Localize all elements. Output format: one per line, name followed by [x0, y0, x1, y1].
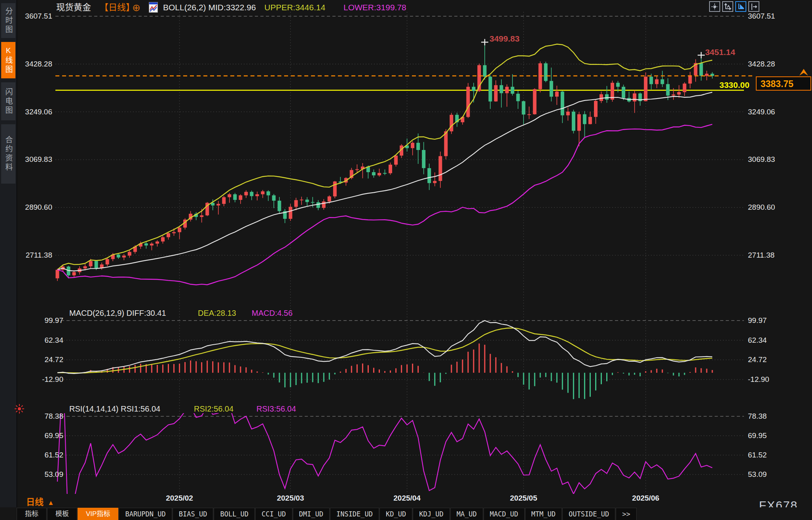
macd-axis-label: 24.72 — [17, 355, 63, 364]
rsi3-legend: RSI3:56.04 — [256, 404, 296, 414]
indicator-tab-bar: 指标 模板 VIP指标 BARUPDN_UD BIAS_UD BOLL_UD C… — [17, 507, 812, 520]
rsi-legend: RSI(14,14,14) RSI1:56.04 — [69, 404, 160, 414]
price-axis-label: 2711.38 — [17, 251, 52, 260]
tab-boll-ud[interactable]: BOLL_UD — [214, 508, 255, 520]
pan-icon[interactable] — [709, 1, 720, 12]
x-axis-month-label: 2025/02 — [166, 494, 193, 503]
support-line-label: 3330.00 — [719, 80, 749, 90]
current-price-box: 3383.75 — [756, 76, 811, 91]
price-axis-label: 3249.06 — [17, 108, 52, 116]
tab-cci-ud[interactable]: CCI_UD — [255, 508, 292, 520]
sidebar-item-time-chart[interactable]: 分时图 — [1, 3, 15, 38]
rsi-axis-label: 61.52 — [748, 451, 767, 459]
macd-dea-legend: DEA:28.13 — [198, 308, 236, 318]
price-axis-label: 3069.83 — [17, 155, 52, 164]
price-axis-label: 3428.28 — [17, 60, 52, 68]
price-axis-label: 3428.28 — [748, 60, 775, 68]
tab-inside-ud[interactable]: INSIDE_UD — [330, 508, 379, 520]
boll-legend: BOLL(26,2) MID:3322.96 — [163, 2, 256, 13]
price-up-arrow-icon — [799, 68, 809, 78]
rsi-axis-label: 53.09 — [17, 470, 63, 479]
x-axis-month-label: 2025/06 — [632, 494, 659, 503]
boll-lower-legend: LOWER:3199.78 — [343, 2, 406, 13]
rsi-axis-label: 78.38 — [17, 412, 63, 421]
period-arrow-icon: ▲ — [47, 499, 54, 507]
price-axis-label: 2711.38 — [748, 251, 774, 260]
tab-mtm-ud[interactable]: MTM_UD — [525, 508, 562, 520]
macd-axis-label: 62.34 — [17, 336, 63, 345]
tab-more[interactable]: >> — [616, 508, 636, 520]
price-axis-label: 3069.83 — [748, 155, 775, 164]
tab-bias-ud[interactable]: BIAS_UD — [173, 508, 214, 520]
rsi-axis-label: 69.95 — [748, 431, 767, 440]
x-axis-month-label: 2025/05 — [510, 494, 537, 503]
collapse-panel-icon[interactable] — [748, 1, 759, 12]
current-price-value: 3383.75 — [761, 79, 793, 89]
sidebar-item-flash-chart[interactable]: 闪电图 — [1, 82, 15, 120]
price-axis-label: 2890.60 — [17, 203, 52, 212]
recent-high-annotation: 3451.14 — [705, 47, 735, 57]
peak-price-annotation: 3499.83 — [489, 34, 520, 44]
macd-axis-label: 62.34 — [748, 336, 767, 345]
sidebar-item-contract-info[interactable]: 合约资料 — [1, 124, 15, 184]
period-selector[interactable]: 日线▲ — [26, 495, 54, 507]
macd-legend: MACD(26,12,9) DIFF:30.41 — [69, 308, 166, 318]
tab-barupdn-ud[interactable]: BARUPDN_UD — [119, 508, 172, 520]
sidebar: 分时图 K线图 闪电图 合约资料 — [0, 0, 17, 507]
rsi-axis-label: 61.52 — [17, 451, 63, 459]
chart-canvas[interactable] — [0, 0, 812, 520]
tab-dmi-ud[interactable]: DMI_UD — [293, 508, 330, 520]
macd-axis-label: 24.72 — [748, 355, 767, 364]
macd-axis-label: -12.90 — [17, 375, 63, 384]
tab-kdj-ud[interactable]: KDJ_UD — [413, 508, 450, 520]
price-axis-label: 2890.60 — [748, 203, 775, 212]
indicator-window-icon[interactable] — [149, 2, 158, 14]
tab-kd-ud[interactable]: KD_UD — [379, 508, 412, 520]
tab-macd-ud[interactable]: MACD_UD — [484, 508, 525, 520]
symbol-title: 现货黄金 — [56, 2, 91, 13]
tab-vip-indicators[interactable]: VIP指标 — [78, 508, 118, 520]
price-axis-label: 3607.51 — [17, 12, 52, 21]
x-axis-month-label: 2025/04 — [393, 494, 421, 503]
tab-ma-ud[interactable]: MA_UD — [450, 508, 483, 520]
macd-axis-label: 99.97 — [748, 316, 767, 325]
macd-axis-label: -12.90 — [748, 375, 769, 384]
tab-indicators[interactable]: 指标 — [17, 508, 47, 520]
crosshair-icon[interactable]: ⊕ — [132, 2, 140, 13]
auto-scale-icon[interactable] — [735, 1, 746, 12]
boll-upper-legend: UPPER:3446.14 — [264, 2, 325, 13]
rsi2-legend: RSI2:56.04 — [194, 404, 233, 414]
period-tag[interactable]: 【日线】 — [100, 2, 135, 13]
price-axis-label: 3249.06 — [748, 108, 775, 116]
chart-toolbar — [709, 1, 759, 12]
rsi-axis-label: 53.09 — [748, 470, 767, 479]
price-axis-label: 3607.51 — [748, 12, 775, 21]
axis-range-icon[interactable] — [722, 1, 733, 12]
rsi-axis-label: 78.38 — [748, 412, 767, 421]
macd-axis-label: 99.97 — [17, 316, 63, 325]
rsi-axis-label: 69.95 — [17, 431, 63, 440]
period-label: 日线 — [26, 497, 44, 507]
tab-outside-ud[interactable]: OUTSIDE_UD — [562, 508, 615, 520]
x-axis-month-label: 2025/03 — [277, 494, 304, 503]
tab-templates[interactable]: 模板 — [47, 508, 77, 520]
macd-value-legend: MACD:4.56 — [252, 308, 292, 318]
sidebar-item-kline-chart[interactable]: K线图 — [1, 42, 15, 78]
